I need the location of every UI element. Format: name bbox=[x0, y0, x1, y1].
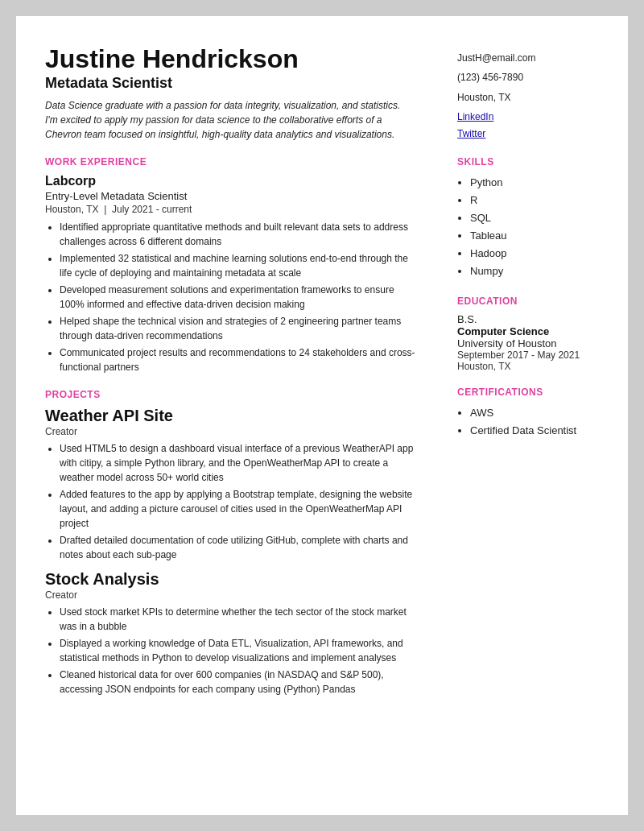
edu-degree: B.S. bbox=[457, 313, 599, 325]
contact-email: JustH@email.com bbox=[457, 50, 599, 66]
bullet-item: Communicated project results and recomme… bbox=[60, 345, 415, 374]
bullet-item: Drafted detailed documentation of code u… bbox=[60, 533, 415, 562]
skills-heading: SKILLS bbox=[457, 156, 599, 167]
cert-list: AWS Certified Data Scientist bbox=[457, 404, 599, 440]
candidate-title: Metadata Scientist bbox=[45, 75, 415, 92]
edu-major: Computer Science bbox=[457, 325, 599, 337]
skill-item: Hadoop bbox=[470, 245, 599, 263]
skill-item: SQL bbox=[470, 209, 599, 227]
bullet-item: Used HTML5 to design a dashboard visual … bbox=[60, 441, 415, 485]
company-name: Labcorp bbox=[45, 174, 415, 188]
header-section: Justine Hendrickson Metadata Scientist D… bbox=[45, 45, 415, 142]
bullet-item: Added features to the app by applying a … bbox=[60, 487, 415, 531]
candidate-summary: Data Science graduate with a passion for… bbox=[45, 98, 415, 142]
bullet-item: Used stock market KPIs to determine whet… bbox=[60, 605, 415, 634]
job-meta: Houston, TX | July 2021 - current bbox=[45, 204, 415, 215]
education-section: EDUCATION B.S. Computer Science Universi… bbox=[457, 296, 599, 372]
edu-location: Houston, TX bbox=[457, 361, 599, 372]
contact-location: Houston, TX bbox=[457, 89, 599, 105]
bullet-item: Cleaned historical data for over 600 com… bbox=[60, 668, 415, 697]
skill-item: Python bbox=[470, 174, 599, 192]
cert-item: AWS bbox=[470, 404, 599, 422]
bullet-item: Implemented 32 statistical and machine l… bbox=[60, 251, 415, 280]
job-bullets: Identified appropriate quantitative meth… bbox=[45, 220, 415, 374]
contact-section: JustH@email.com (123) 456-7890 Houston, … bbox=[457, 50, 599, 142]
candidate-name: Justine Hendrickson bbox=[45, 45, 415, 73]
job-dates: July 2021 - current bbox=[112, 204, 192, 215]
project-1: Weather API Site Creator Used HTML5 to d… bbox=[45, 407, 415, 562]
projects-section: PROJECTS Weather API Site Creator Used H… bbox=[45, 389, 415, 697]
bullet-item: Identified appropriate quantitative meth… bbox=[60, 220, 415, 249]
bullet-item: Helped shape the technical vision and st… bbox=[60, 314, 415, 343]
project-2-role: Creator bbox=[45, 589, 415, 601]
contact-phone: (123) 456-7890 bbox=[457, 69, 599, 85]
projects-heading: PROJECTS bbox=[45, 389, 415, 400]
work-experience-section: WORK EXPERIENCE Labcorp Entry-Level Meta… bbox=[45, 156, 415, 374]
job-separator: | bbox=[101, 204, 112, 215]
skill-item: Tableau bbox=[470, 227, 599, 245]
certifications-section: CERTIFICATIONS AWS Certified Data Scient… bbox=[457, 387, 599, 440]
certifications-heading: CERTIFICATIONS bbox=[457, 387, 599, 398]
left-column: Justine Hendrickson Metadata Scientist D… bbox=[45, 45, 438, 786]
project-1-role: Creator bbox=[45, 426, 415, 437]
bullet-item: Displayed a working knowledge of Data ET… bbox=[60, 636, 415, 665]
project-2: Stock Analysis Creator Used stock market… bbox=[45, 570, 415, 697]
linkedin-link[interactable]: LinkedIn bbox=[457, 109, 599, 125]
project-2-bullets: Used stock market KPIs to determine whet… bbox=[45, 605, 415, 697]
work-experience-heading: WORK EXPERIENCE bbox=[45, 156, 415, 167]
skills-list: Python R SQL Tableau Hadoop Numpy bbox=[457, 174, 599, 281]
job-title: Entry-Level Metadata Scientist bbox=[45, 190, 415, 202]
skill-item: Numpy bbox=[470, 263, 599, 280]
edu-school: University of Houston bbox=[457, 337, 599, 349]
skills-section: SKILLS Python R SQL Tableau Hadoop Numpy bbox=[457, 156, 599, 281]
right-column: JustH@email.com (123) 456-7890 Houston, … bbox=[438, 45, 599, 786]
resume-container: Justine Hendrickson Metadata Scientist D… bbox=[16, 16, 628, 815]
project-2-name: Stock Analysis bbox=[45, 570, 415, 589]
twitter-link[interactable]: Twitter bbox=[457, 126, 599, 142]
bullet-item: Developed measurement solutions and expe… bbox=[60, 283, 415, 312]
education-heading: EDUCATION bbox=[457, 296, 599, 307]
project-1-bullets: Used HTML5 to design a dashboard visual … bbox=[45, 441, 415, 562]
cert-item: Certified Data Scientist bbox=[470, 422, 599, 440]
edu-dates: September 2017 - May 2021 bbox=[457, 349, 599, 361]
project-1-name: Weather API Site bbox=[45, 407, 415, 425]
job-location: Houston, TX bbox=[45, 204, 98, 215]
skill-item: R bbox=[470, 192, 599, 209]
